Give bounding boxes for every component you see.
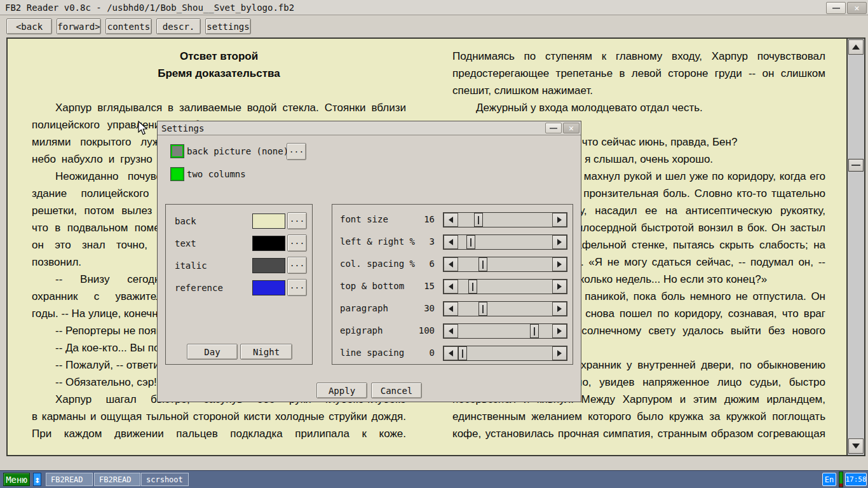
window-titlebar: FB2 Reader v0.8c - /usbhd0/1/Bob_Shou__S…: [0, 0, 868, 15]
slider-thumb[interactable]: [478, 257, 487, 271]
scroll-thumb[interactable]: [848, 159, 864, 172]
slider-thumb[interactable]: [530, 324, 539, 338]
arrow-left-icon: [449, 350, 453, 356]
toolbar-button-descr[interactable]: descr.: [156, 18, 201, 34]
section-heading: Отсвет второй: [32, 48, 406, 65]
slider-bar[interactable]: [443, 279, 567, 294]
scroll-down-button[interactable]: [848, 438, 864, 454]
close-icon: ✕: [569, 123, 574, 133]
slider-label: left & right %: [340, 236, 415, 247]
slider-right-button[interactable]: [552, 346, 567, 360]
cancel-button[interactable]: Cancel: [371, 383, 422, 398]
slider-left-button[interactable]: [444, 280, 458, 294]
back-picture-browse-button[interactable]: ...: [287, 143, 306, 160]
slider-bar[interactable]: [443, 301, 567, 316]
page-scrollbar[interactable]: [846, 39, 864, 455]
sliders-group: font size16left & right %3col. spacing %…: [332, 204, 573, 365]
arrow-down-icon: [852, 444, 860, 449]
color-label: reference: [175, 283, 223, 293]
slider-right-button[interactable]: [552, 235, 567, 249]
menu-button[interactable]: Меню: [3, 473, 30, 486]
color-browse-button-text[interactable]: ...: [287, 234, 307, 252]
slider-value: 0: [409, 348, 435, 358]
toolbar-button-settings[interactable]: settings: [205, 18, 251, 34]
slider-left-button[interactable]: [444, 302, 458, 316]
color-browse-button-italic[interactable]: ...: [287, 257, 307, 274]
color-row-italic: italic...: [175, 257, 307, 274]
window-minimize-button[interactable]: [826, 2, 846, 14]
slider-bar[interactable]: [443, 346, 567, 361]
window-close-button[interactable]: ✕: [847, 2, 867, 14]
slider-left-button[interactable]: [444, 213, 458, 227]
slider-left-button[interactable]: [444, 324, 458, 338]
text-line: Дежурный у входа молодцевато отдал честь…: [452, 99, 825, 116]
arrow-left-icon: [449, 328, 453, 334]
slider-right-button[interactable]: [552, 280, 567, 294]
arrow-right-icon: [557, 350, 562, 356]
toolbar-button-contents[interactable]: contents: [105, 18, 152, 34]
color-swatch-text: [252, 236, 285, 251]
window-switcher-icon[interactable]: ↕: [33, 473, 41, 486]
color-row-text: text...: [175, 234, 307, 252]
slider-bar[interactable]: [443, 212, 567, 227]
two-columns-checkbox[interactable]: [171, 168, 184, 180]
slider-left-button[interactable]: [444, 346, 458, 360]
slider-right-button[interactable]: [552, 302, 567, 316]
day-button[interactable]: Day: [187, 344, 238, 360]
slider-row-col-spacing-: col. spacing %6: [340, 257, 566, 272]
slider-thumb[interactable]: [466, 235, 475, 249]
color-label: italic: [175, 261, 207, 271]
dialog-minimize-button[interactable]: [545, 123, 562, 133]
slider-thumb[interactable]: [478, 302, 487, 316]
slider-thumb[interactable]: [468, 280, 477, 294]
dialog-close-button[interactable]: ✕: [563, 123, 580, 133]
language-indicator[interactable]: En: [822, 473, 836, 486]
slider-right-button[interactable]: [552, 213, 567, 227]
slider-value: 6: [409, 259, 435, 269]
color-browse-button-back[interactable]: ...: [287, 212, 307, 229]
dialog-title: Settings: [161, 123, 204, 133]
taskbar-task-scrshoot[interactable]: scrshoot: [141, 473, 189, 486]
load-indicator: [839, 471, 843, 487]
slider-bar[interactable]: [443, 257, 567, 272]
slider-thumb[interactable]: [458, 346, 467, 360]
slider-value: 15: [409, 281, 435, 291]
slider-row-paragraph: paragraph30: [340, 301, 566, 316]
toolbar-button-back[interactable]: <back: [6, 18, 52, 34]
back-picture-checkbox[interactable]: [171, 145, 184, 158]
arrow-up-icon: [852, 44, 860, 50]
slider-right-button[interactable]: [552, 324, 567, 338]
arrow-left-icon: [449, 261, 453, 268]
apply-button[interactable]: Apply: [316, 383, 367, 398]
slider-row-left-right-: left & right %3: [340, 234, 566, 250]
slider-bar[interactable]: [443, 323, 567, 339]
slider-label: line spacing: [340, 348, 404, 358]
color-swatch-reference: [252, 280, 285, 295]
slider-thumb[interactable]: [474, 213, 483, 227]
text-line: спешит, слишком нажимает.: [452, 82, 825, 99]
slider-row-line-spacing: line spacing0: [340, 346, 566, 361]
taskbar-task-FB2READ[interactable]: FB2READ: [94, 473, 140, 486]
text-line: Поднимаясь по ступеням к главному входу,…: [452, 48, 825, 65]
scroll-up-button[interactable]: [848, 39, 864, 55]
taskbar: Меню ↕ FB2READFB2READscrshoot En 17:58: [0, 470, 868, 488]
slider-bar[interactable]: [443, 234, 567, 250]
section-heading: Бремя доказательства: [32, 65, 406, 82]
text-line: предостерегающее трепетанье в левой стор…: [452, 65, 825, 82]
slider-value: 16: [409, 214, 435, 224]
slider-label: epigraph: [340, 325, 383, 336]
arrow-right-icon: [557, 306, 562, 312]
slider-right-button[interactable]: [552, 257, 567, 271]
taskbar-task-FB2READ[interactable]: FB2READ: [46, 473, 93, 486]
slider-left-button[interactable]: [444, 257, 458, 271]
night-button[interactable]: Night: [240, 344, 292, 360]
toolbar-button-forward[interactable]: forward>: [57, 18, 101, 34]
slider-left-button[interactable]: [444, 235, 458, 249]
arrow-right-icon: [557, 217, 562, 223]
color-browse-button-reference[interactable]: ...: [287, 279, 307, 296]
slider-value: 100: [409, 325, 435, 336]
arrow-right-icon: [557, 261, 562, 268]
slider-value: 3: [409, 236, 435, 247]
minimize-icon: [832, 8, 840, 9]
close-icon: ✕: [855, 3, 860, 13]
